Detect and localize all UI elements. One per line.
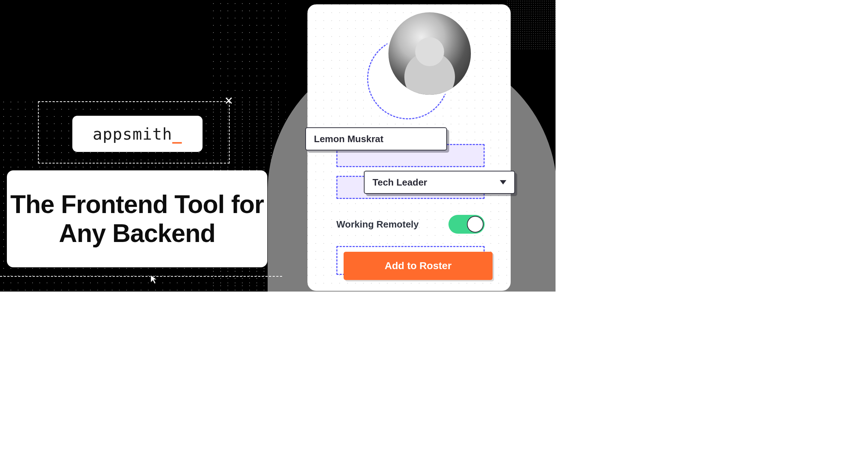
profile-form-panel: Lemon Muskrat Tech Leader Working Remote… [307, 4, 511, 291]
caret-down-icon [500, 180, 506, 184]
brand-underscore: _ [172, 125, 182, 143]
selection-baseline [0, 276, 282, 277]
avatar [386, 10, 473, 97]
headline-card: The Frontend Tool for Any Backend [7, 170, 267, 267]
remote-toggle[interactable] [448, 215, 485, 234]
name-input[interactable]: Lemon Muskrat [305, 127, 447, 150]
marketing-hero: ✕ appsmith_ The Frontend Tool for Any Ba… [0, 0, 556, 292]
remote-toggle-label: Working Remotely [336, 219, 419, 230]
toggle-knob [467, 216, 484, 233]
headline-text: The Frontend Tool for Any Backend [7, 190, 267, 248]
role-select[interactable]: Tech Leader [364, 171, 515, 194]
decorative-noise [506, 0, 556, 51]
brand-wordmark: appsmith_ [93, 125, 182, 143]
close-icon[interactable]: ✕ [224, 95, 233, 106]
add-to-roster-button[interactable]: Add to Roster [344, 252, 493, 280]
cursor-icon [149, 274, 159, 284]
cta-button-label: Add to Roster [384, 260, 451, 272]
role-select-value: Tech Leader [373, 177, 427, 188]
name-input-value: Lemon Muskrat [314, 133, 383, 145]
brand-name: appsmith [93, 125, 172, 143]
remote-toggle-row: Working Remotely [336, 214, 485, 234]
brand-logo-card: appsmith_ [72, 116, 203, 152]
